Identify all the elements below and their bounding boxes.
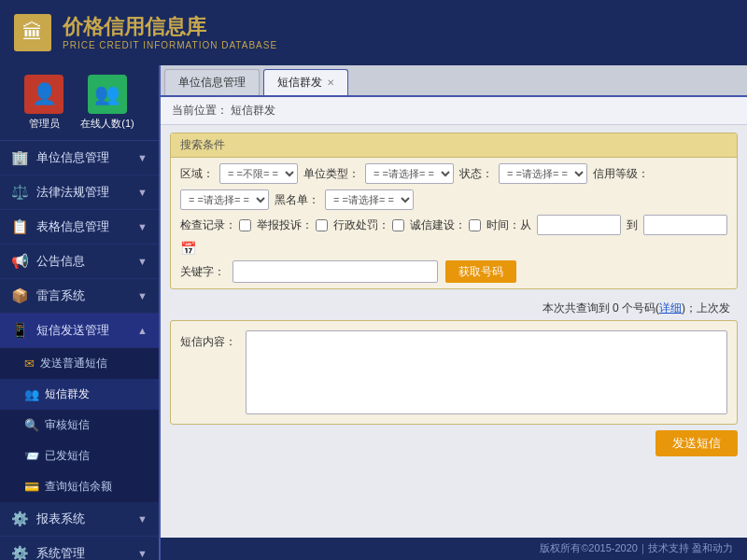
- user-bar: 👤 管理员 👥 在线人数(1): [0, 65, 159, 141]
- report-complaint-item: 举报投诉：: [257, 217, 328, 233]
- sent-sms-icon: 📨: [24, 449, 39, 463]
- content-area: 单位信息管理 短信群发 ✕ 当前位置： 短信群发 搜索条件 区域：: [159, 65, 747, 560]
- sidebar-item-sms-group[interactable]: 👥 短信群发: [0, 379, 159, 410]
- chevron-up-icon: ▲: [137, 325, 148, 336]
- area-select[interactable]: = =不限= =: [219, 163, 298, 184]
- status-label: 状态：: [459, 166, 493, 182]
- sms-content-input[interactable]: [246, 330, 727, 414]
- sms-group-icon: 👥: [24, 387, 39, 401]
- send-normal-icon: ✉: [24, 357, 35, 371]
- chevron-down-icon: ▼: [137, 548, 148, 559]
- sidebar-item-query-balance[interactable]: 💳 查询短信余额: [0, 471, 159, 502]
- sidebar: 👤 管理员 👥 在线人数(1) 🏢 单位信息管理 ▼ ⚖️ 法律法规管理: [0, 65, 159, 560]
- search-row-2: 检查记录： 举报投诉： 行政处罚： 诚信建设：: [180, 215, 727, 256]
- breadcrumb-path: 短信群发: [231, 104, 275, 117]
- report-complaint-label: 举报投诉：: [257, 217, 313, 233]
- sidebar-item-table-info-label: 表格信息管理: [36, 218, 109, 235]
- blacklist-label: 黑名单：: [275, 192, 319, 208]
- integrity-label: 诚信建设：: [410, 217, 466, 233]
- sidebar-item-review-sms-label: 审核短信: [45, 417, 90, 433]
- tab-unit-info[interactable]: 单位信息管理: [164, 69, 260, 95]
- sidebar-item-send-normal-label: 发送普通短信: [40, 356, 107, 371]
- tab-unit-info-label: 单位信息管理: [178, 75, 246, 91]
- admin-avatar: 👤 管理员: [24, 75, 63, 131]
- calendar-icon[interactable]: 📅: [180, 241, 196, 256]
- sidebar-item-law-reg[interactable]: ⚖️ 法律法规管理 ▼: [0, 175, 159, 210]
- search-panel-title: 搜索条件: [171, 133, 737, 158]
- chevron-down-icon: ▼: [137, 513, 148, 525]
- sms-content-label: 短信内容：: [180, 330, 236, 350]
- sidebar-item-unit-info-label: 单位信息管理: [36, 149, 109, 166]
- unit-type-select[interactable]: = =请选择= =: [365, 163, 454, 184]
- report-icon: ⚙️: [11, 511, 29, 527]
- credit-label: 信用等级：: [593, 166, 649, 182]
- result-info: 本次共查询到 0 个号码(详细)；上次发: [170, 297, 738, 320]
- keyword-row: 关键字： 获取号码: [180, 260, 727, 283]
- admin-penalty-item: 行政处罚：: [333, 217, 404, 233]
- sidebar-item-bulletin[interactable]: 📢 公告信息 ▼: [0, 245, 159, 279]
- table-info-icon: 📋: [11, 218, 29, 235]
- sidebar-item-report-label: 报表系统: [36, 511, 85, 527]
- tabs-bar: 单位信息管理 短信群发 ✕: [161, 65, 747, 97]
- chevron-down-icon: ▼: [137, 187, 148, 198]
- result-detail-link[interactable]: 详细: [659, 301, 682, 315]
- date-to-input[interactable]: [643, 215, 727, 235]
- report-complaint-checkbox[interactable]: [316, 219, 328, 231]
- sidebar-item-unit-info[interactable]: 🏢 单位信息管理 ▼: [0, 141, 159, 175]
- sidebar-item-report[interactable]: ⚙️ 报表系统 ▼: [0, 502, 159, 537]
- thunder-icon: 📦: [11, 287, 29, 304]
- date-from-input[interactable]: [537, 215, 621, 235]
- law-reg-icon: ⚖️: [11, 184, 29, 201]
- online-avatar-icon: 👥: [88, 75, 127, 114]
- send-btn-row: 发送短信: [170, 425, 738, 462]
- online-avatar: 👥 在线人数(1): [80, 75, 134, 131]
- sidebar-item-sms-send-label: 短信发送管理: [36, 322, 109, 339]
- bulletin-icon: 📢: [11, 253, 29, 270]
- status-select[interactable]: = =请选择= =: [499, 163, 587, 184]
- sidebar-item-send-normal[interactable]: ✉ 发送普通短信: [0, 348, 159, 379]
- search-panel: 搜索条件 区域： = =不限= = 单位类型： = =请选择= = 状态：: [170, 133, 738, 289]
- header-title-cn: 价格信用信息库: [63, 15, 277, 39]
- admin-label: 管理员: [29, 117, 60, 131]
- content-body: 搜索条件 区域： = =不限= = 单位类型： = =请选择= = 状态：: [161, 125, 747, 538]
- sidebar-item-sys-admin[interactable]: ⚙️ 系统管理 ▼: [0, 537, 159, 560]
- integrity-checkbox[interactable]: [469, 219, 481, 231]
- sms-send-icon: 📱: [11, 322, 29, 339]
- header-title-en: PRICE CREDIT INFORMATION DATABASE: [63, 40, 277, 50]
- chevron-down-icon: ▼: [137, 221, 148, 232]
- tab-sms-group-label: 短信群发: [277, 75, 322, 91]
- sidebar-item-sent-sms[interactable]: 📨 已发短信: [0, 441, 159, 471]
- get-numbers-button[interactable]: 获取号码: [445, 260, 516, 283]
- keyword-input[interactable]: [233, 260, 438, 283]
- time-label: 时间：从: [486, 217, 531, 233]
- check-record-checkbox[interactable]: [239, 219, 251, 231]
- unit-info-icon: 🏢: [11, 149, 29, 166]
- area-label: 区域：: [180, 166, 214, 182]
- sidebar-item-thunder[interactable]: 📦 雷言系统 ▼: [0, 279, 159, 314]
- sidebar-item-review-sms[interactable]: 🔍 审核短信: [0, 410, 159, 441]
- check-record-label: 检查记录：: [180, 217, 236, 233]
- sidebar-nav: 🏢 单位信息管理 ▼ ⚖️ 法律法规管理 ▼ 📋 表格信息管理 ▼: [0, 141, 159, 560]
- time-to-label: 到: [627, 217, 638, 233]
- sms-sub-nav: ✉ 发送普通短信 👥 短信群发 🔍 审核短信 📨 已发短信 💳 查询: [0, 348, 159, 502]
- check-record-item: 检查记录：: [180, 217, 251, 233]
- query-balance-icon: 💳: [24, 480, 39, 494]
- tab-close-icon[interactable]: ✕: [327, 77, 334, 88]
- admin-penalty-checkbox[interactable]: [392, 219, 404, 231]
- sys-admin-icon: ⚙️: [11, 545, 29, 560]
- blacklist-select[interactable]: = =请选择= =: [325, 189, 414, 210]
- credit-select[interactable]: = =请选择= =: [180, 189, 269, 210]
- breadcrumb-prefix: 当前位置：: [172, 104, 228, 117]
- sidebar-item-bulletin-label: 公告信息: [36, 253, 85, 270]
- sidebar-item-table-info[interactable]: 📋 表格信息管理 ▼: [0, 210, 159, 245]
- sidebar-item-thunder-label: 雷言系统: [36, 287, 85, 304]
- tab-sms-group[interactable]: 短信群发 ✕: [263, 69, 348, 95]
- keyword-label: 关键字：: [180, 264, 225, 280]
- sms-area: 短信内容：: [170, 320, 738, 425]
- sidebar-item-law-reg-label: 法律法规管理: [36, 184, 109, 201]
- send-sms-button[interactable]: 发送短信: [655, 430, 738, 456]
- unit-type-label: 单位类型：: [303, 166, 359, 182]
- admin-penalty-label: 行政处罚：: [333, 217, 389, 233]
- sidebar-item-sms-send[interactable]: 📱 短信发送管理 ▲: [0, 314, 159, 348]
- chevron-down-icon: ▼: [137, 256, 148, 267]
